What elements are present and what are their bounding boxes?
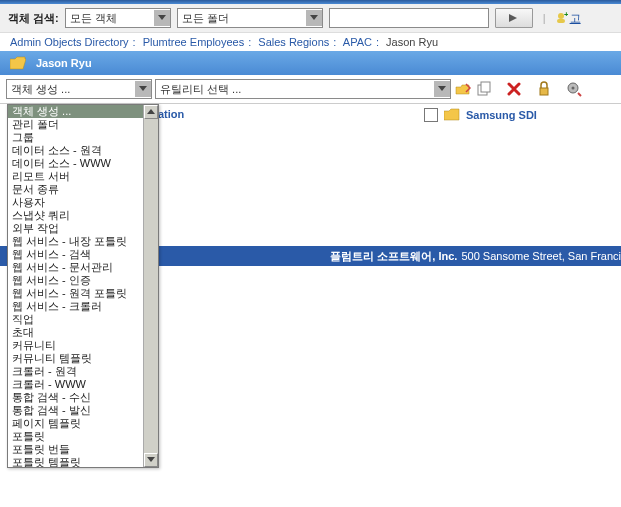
dropdown-option[interactable]: 초대 [8, 326, 143, 339]
utility-select[interactable]: 유틸리티 선택 ... [155, 79, 451, 99]
dropdown-option[interactable]: 그룹 [8, 131, 143, 144]
svg-rect-4 [557, 19, 565, 23]
svg-rect-9 [481, 82, 490, 92]
breadcrumb-link[interactable]: Admin Objects Directory [10, 36, 129, 48]
chevron-down-icon [434, 81, 450, 97]
dropdown-option[interactable]: 포틀릿 [8, 430, 143, 443]
dropdown-option[interactable]: 웹 서비스 - 문서관리 [8, 261, 143, 274]
divider: | [543, 12, 546, 24]
svg-point-12 [572, 87, 575, 90]
search-scope-select[interactable]: 모든 객체 [65, 8, 171, 28]
svg-marker-1 [310, 15, 318, 20]
toolbar: 객체 생성 ... 유틸리티 선택 ... [0, 75, 621, 104]
dropdown-option[interactable]: 웹 서비스 - 인증 [8, 274, 143, 287]
dropdown-option[interactable]: 객체 생성 ... [8, 105, 143, 118]
search-bar: 객체 검색: 모든 객체 모든 폴더 | + 고 [0, 4, 621, 33]
dropdown-option[interactable]: 페이지 템플릿 [8, 417, 143, 430]
dropdown-option[interactable]: 외부 작업 [8, 222, 143, 235]
breadcrumb-link[interactable]: Sales Regions [258, 36, 329, 48]
breadcrumb-link[interactable]: APAC [343, 36, 372, 48]
page-title: Jason Ryu [36, 57, 92, 69]
delete-icon[interactable] [505, 80, 523, 98]
copy-icon[interactable] [475, 80, 493, 98]
chevron-down-icon [135, 81, 151, 97]
add-user-icon: + [556, 12, 568, 24]
dropdown-option[interactable]: 웹 서비스 - 원격 포틀릿 [8, 287, 143, 300]
subfolder-item[interactable]: Samsung SDI [424, 108, 537, 122]
dropdown-option[interactable]: 리모트 서버 [8, 170, 143, 183]
dropdown-option[interactable]: 웹 서비스 - 내장 포틀릿 [8, 235, 143, 248]
scroll-up-icon[interactable] [144, 105, 158, 119]
breadcrumb: Admin Objects Directory: Plumtree Employ… [0, 33, 621, 51]
chevron-down-icon [154, 10, 170, 26]
dropdown-option[interactable]: 웹 서비스 - 검색 [8, 248, 143, 261]
dropdown-option[interactable]: 웹 서비스 - 크롤러 [8, 300, 143, 313]
dropdown-option[interactable]: 사용자 [8, 196, 143, 209]
folder-icon [444, 108, 460, 122]
dropdown-option[interactable]: 직업 [8, 313, 143, 326]
svg-marker-13 [147, 109, 155, 114]
folder-open-icon [10, 56, 26, 70]
dropdown-option[interactable]: 커뮤니티 템플릿 [8, 352, 143, 365]
scroll-down-icon[interactable] [144, 453, 158, 467]
svg-marker-0 [158, 15, 166, 20]
dropdown-option[interactable]: 통합 검색 - 수신 [8, 391, 143, 404]
dropdown-option[interactable]: 관리 폴더 [8, 118, 143, 131]
svg-rect-10 [540, 88, 548, 95]
svg-marker-2 [509, 14, 517, 22]
dropdown-option[interactable]: 크롤러 - WWW [8, 378, 143, 391]
content-area: ation Samsung SDI 플럼트리 소프트웨어, Inc. 500 S… [0, 104, 621, 484]
play-icon [509, 14, 519, 22]
svg-marker-7 [438, 86, 446, 91]
svg-text:+: + [564, 12, 568, 19]
dropdown-scrollbar[interactable] [143, 105, 158, 467]
dropdown-list[interactable]: 객체 생성 ...관리 폴더그룹데이터 소스 - 원격데이터 소스 - WWW리… [8, 105, 143, 467]
breadcrumb-current: Jason Ryu [386, 36, 438, 48]
chevron-down-icon [306, 10, 322, 26]
security-icon[interactable] [535, 80, 553, 98]
dropdown-option[interactable]: 통합 검색 - 발신 [8, 404, 143, 417]
dropdown-option[interactable]: 스냅샷 쿼리 [8, 209, 143, 222]
dropdown-option[interactable]: 포틀릿 템플릿 [8, 456, 143, 467]
add-object-link[interactable]: + 고 [556, 11, 581, 26]
partial-item-label: ation [158, 108, 184, 120]
search-folder-select[interactable]: 모든 폴더 [177, 8, 323, 28]
move-folder-icon[interactable] [454, 80, 472, 98]
svg-marker-6 [139, 86, 147, 91]
checkbox[interactable] [424, 108, 438, 122]
create-object-select[interactable]: 객체 생성 ... [6, 79, 152, 99]
dropdown-option[interactable]: 포틀릿 번들 [8, 443, 143, 456]
breadcrumb-link[interactable]: Plumtree Employees [143, 36, 245, 48]
dropdown-option[interactable]: 크롤러 - 원격 [8, 365, 143, 378]
dropdown-option[interactable]: 커뮤니티 [8, 339, 143, 352]
dropdown-option[interactable]: 문서 종류 [8, 183, 143, 196]
search-input[interactable] [329, 8, 489, 28]
search-label: 객체 검색: [8, 11, 59, 26]
dropdown-option[interactable]: 데이터 소스 - 원격 [8, 144, 143, 157]
search-go-button[interactable] [495, 8, 533, 28]
settings-export-icon[interactable] [565, 80, 583, 98]
svg-marker-14 [147, 457, 155, 462]
folder-title-bar: Jason Ryu [0, 51, 621, 75]
dropdown-option[interactable]: 데이터 소스 - WWW [8, 157, 143, 170]
create-object-dropdown[interactable]: 객체 생성 ...관리 폴더그룹데이터 소스 - 원격데이터 소스 - WWW리… [7, 104, 159, 468]
